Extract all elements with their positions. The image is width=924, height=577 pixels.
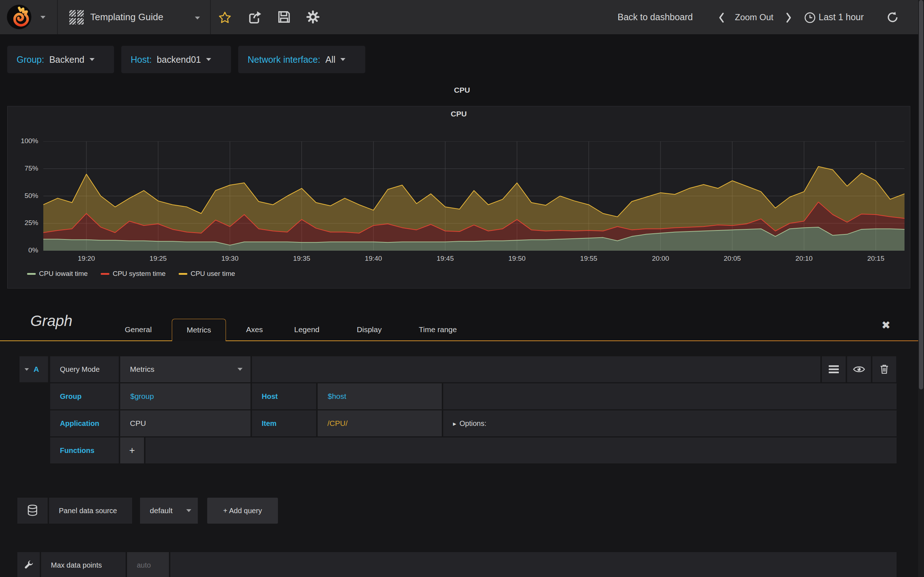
dashboard-title-caret-icon[interactable] [195, 16, 200, 19]
legend-swatch-icon [179, 273, 187, 275]
database-icon [27, 504, 38, 517]
x-tick-label: 20:05 [718, 255, 747, 263]
share-icon[interactable] [247, 10, 262, 24]
x-tick-label: 19:20 [72, 255, 101, 263]
legend-item[interactable]: CPU iowait time [27, 270, 88, 278]
chevron-down-icon [186, 509, 191, 512]
grafana-logo-icon[interactable] [6, 4, 32, 29]
dashboard-grid-icon [69, 10, 84, 25]
x-tick-label: 19:35 [287, 255, 316, 263]
legend-item[interactable]: CPU system time [101, 270, 166, 278]
query-menu-button[interactable] [822, 356, 846, 382]
y-tick-label: 25% [10, 219, 38, 227]
legend-swatch-icon [101, 273, 109, 275]
variable-label: Host: [131, 55, 152, 65]
options-toggle[interactable]: ▸Options: [443, 410, 897, 436]
group-label: Group [50, 384, 119, 409]
chevron-right-icon[interactable] [785, 12, 792, 23]
tab-display[interactable]: Display [342, 319, 396, 340]
tab-axes[interactable]: Axes [233, 319, 276, 340]
datasource-icon-cell [17, 498, 48, 524]
query-toggle-visibility-button[interactable] [847, 356, 871, 382]
query-collapse-button[interactable]: A [19, 356, 48, 382]
query-row-filler [443, 384, 897, 409]
x-tick-label: 19:25 [144, 255, 173, 263]
nav-divider [210, 0, 211, 34]
grafana-app: Templating Guide [0, 0, 924, 577]
x-tick-label: 19:55 [574, 255, 603, 263]
chevron-down-icon [340, 58, 346, 61]
tab-metrics[interactable]: Metrics [172, 319, 226, 341]
panel-options-icon-cell [17, 552, 40, 577]
chevron-down-icon [237, 368, 242, 371]
cpu-chart-svg [43, 141, 905, 251]
max-data-points-label: Max data points [41, 552, 126, 577]
clock-icon[interactable] [804, 12, 816, 23]
legend-label: CPU user time [191, 270, 235, 278]
query-mode-label: Query Mode [50, 356, 119, 382]
scrollbar-thumb[interactable] [919, 0, 923, 390]
query-mode-select[interactable]: Metrics [120, 356, 250, 382]
tabs-underline [0, 340, 918, 341]
chart-legend: CPU iowait timeCPU system timeCPU user t… [27, 270, 235, 278]
wrench-icon [23, 560, 34, 570]
functions-label: Functions [50, 437, 119, 463]
panel-title[interactable]: CPU [7, 110, 910, 118]
variable-dropdown-netif[interactable]: Network interface: All [238, 46, 365, 73]
chevron-left-icon[interactable] [718, 12, 725, 23]
variable-label: Group: [16, 55, 44, 65]
cpu-chart[interactable] [43, 141, 905, 251]
item-label: Item [252, 410, 316, 436]
chevron-down-icon [89, 58, 95, 61]
x-tick-label: 19:30 [215, 255, 244, 263]
group-input[interactable]: $group [120, 384, 250, 409]
variable-dropdown-group[interactable]: Group: Backend [7, 46, 114, 73]
options-row-filler [170, 552, 897, 577]
max-data-points-input[interactable]: auto [127, 552, 169, 577]
chevron-down-icon [206, 58, 211, 61]
row-title[interactable]: CPU [0, 86, 924, 95]
y-tick-label: 75% [10, 164, 38, 172]
query-delete-button[interactable] [872, 356, 896, 382]
variable-label: Network interface: [247, 55, 320, 65]
legend-item[interactable]: CPU user time [179, 270, 235, 278]
collapse-caret-icon [24, 368, 29, 371]
host-input[interactable]: $host [318, 384, 442, 409]
gear-icon[interactable] [306, 10, 320, 24]
host-label: Host [252, 384, 316, 409]
application-input[interactable]: CPU [120, 410, 250, 436]
application-label: Application [50, 410, 119, 436]
back-to-dashboard-button[interactable]: Back to dashboard [617, 0, 693, 34]
y-tick-label: 0% [10, 246, 38, 254]
zoom-out-button[interactable]: Zoom Out [735, 0, 774, 34]
legend-swatch-icon [27, 273, 36, 275]
navbar: Templating Guide [0, 0, 924, 34]
datasource-select[interactable]: default [140, 498, 198, 524]
legend-label: CPU iowait time [39, 270, 88, 278]
item-input[interactable]: /CPU/ [318, 410, 442, 436]
variable-value: All [325, 55, 335, 65]
panel-type-title: Graph [30, 312, 73, 330]
x-tick-label: 19:45 [431, 255, 459, 263]
x-tick-label: 20:00 [646, 255, 675, 263]
eye-icon [853, 365, 865, 373]
add-function-button[interactable]: + [120, 437, 144, 463]
save-icon[interactable] [277, 10, 291, 24]
dashboard-title[interactable]: Templating Guide [90, 0, 163, 34]
logo-caret-icon[interactable] [40, 16, 45, 19]
star-icon[interactable] [218, 11, 232, 24]
add-query-button[interactable]: + Add query [207, 498, 278, 524]
close-icon[interactable]: ✖ [881, 319, 890, 331]
tab-general[interactable]: General [115, 319, 162, 340]
x-tick-label: 19:40 [359, 255, 388, 263]
query-row-filler [145, 437, 897, 463]
y-tick-label: 100% [10, 137, 38, 145]
time-range-picker[interactable]: Last 1 hour [819, 0, 864, 34]
x-tick-label: 19:50 [502, 255, 531, 263]
refresh-icon[interactable] [887, 11, 899, 23]
variable-value: Backend [49, 55, 84, 65]
tab-time-range[interactable]: Time range [404, 319, 472, 340]
tab-legend[interactable]: Legend [281, 319, 332, 340]
triangle-right-icon: ▸ [453, 420, 456, 427]
variable-dropdown-host[interactable]: Host: backend01 [121, 46, 231, 73]
